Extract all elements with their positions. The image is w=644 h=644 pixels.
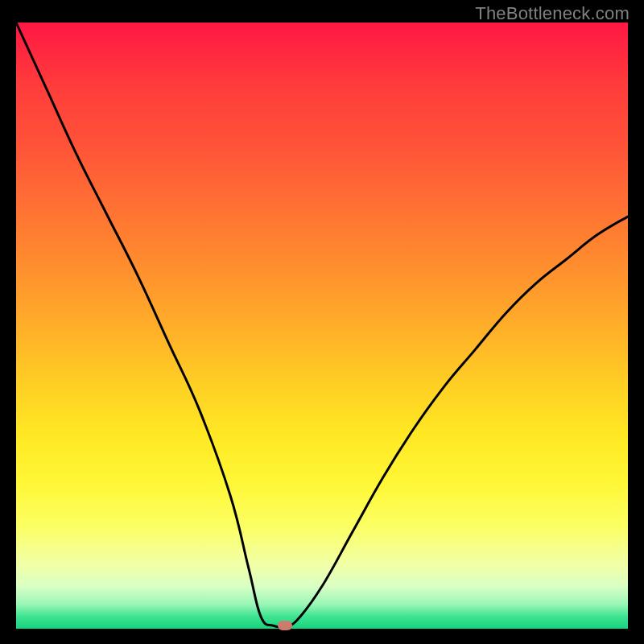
plot-wrap [16, 23, 628, 629]
curve-overlay [16, 23, 628, 629]
optimal-point-marker [278, 621, 292, 630]
bottleneck-curve [16, 23, 628, 627]
chart-frame: TheBottleneck.com [0, 0, 644, 644]
watermark-text: TheBottleneck.com [475, 3, 630, 24]
